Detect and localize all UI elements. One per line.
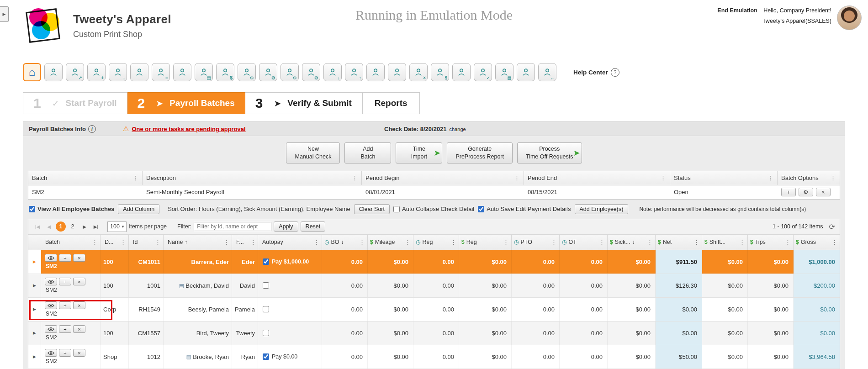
time-entry-grid-icon[interactable]: ▦ [495,63,513,81]
tips-amount-cell[interactable]: $0.00 [748,345,794,369]
ot-hours-cell[interactable]: 0.00 [560,250,608,274]
batch-column-header[interactable]: Batch ⋮ [28,171,143,185]
view-payment-button[interactable] [45,301,57,309]
page-number-button[interactable]: 2 [68,221,78,232]
autopay-checkbox[interactable] [263,282,269,289]
shift-amount-cell[interactable]: $0.00 [702,345,748,369]
employee-audit-icon[interactable] [388,63,406,81]
pto-hours-cell[interactable]: 0.00 [512,298,560,321]
autopay-checkbox[interactable] [263,306,269,312]
sick-amount-cell[interactable]: $0.00 [608,250,656,274]
employee-analytics-icon[interactable]: ↗ [66,63,84,81]
column-header[interactable]: Name ↑ ⋮ [164,235,232,250]
ot-hours-cell[interactable]: 0.00 [560,322,608,345]
sick-amount-cell[interactable]: $0.00 [608,322,656,345]
forms-icon[interactable]: ▤ [195,63,213,81]
reset-filter-button[interactable]: Reset [301,221,326,232]
kebab-menu-icon[interactable]: ⋮ [657,174,666,181]
autopay-checkbox[interactable] [263,330,269,336]
clear-sort-button[interactable]: Clear Sort [354,204,390,214]
expand-row-arrow[interactable]: ▶ [28,250,41,274]
reg-amount-cell[interactable]: $0.00 [459,345,512,369]
view-payment-button[interactable] [45,254,57,262]
kebab-menu-icon[interactable]: ⋮ [736,239,745,246]
delete-payment-button[interactable]: × [73,254,85,262]
help-center-link[interactable]: Help Center ? [573,68,619,77]
batch-column-header[interactable]: Description ⋮ [143,171,362,185]
mileage-amount-cell[interactable]: $0.00 [368,322,413,345]
column-header[interactable]: Reg ⋮ [413,235,459,250]
pager-first-button[interactable]: |◀ [33,222,42,231]
kebab-menu-icon[interactable]: ⋮ [448,239,456,246]
bo-hours-cell[interactable]: 0.00 [322,298,368,321]
employee-name-cell[interactable]: Bird, Tweety [164,322,232,345]
delete-payment-button[interactable]: × [73,278,85,285]
reg-hours-cell[interactable]: 0.00 [413,274,459,297]
mileage-amount-cell[interactable]: $0.00 [368,298,413,321]
ot-hours-cell[interactable]: 0.00 [560,274,608,297]
pto-hours-cell[interactable]: 0.00 [512,345,560,369]
time-import-button[interactable]: Time Import ➤ [396,142,442,163]
auto-save-checkbox[interactable]: Auto Save Edit Payment Details [478,206,571,212]
pager-last-button[interactable]: ▶| [91,222,101,231]
new-manual-check-button[interactable]: New Manual Check [286,142,340,163]
expand-row-arrow[interactable]: ▶ [28,345,41,369]
home-icon[interactable]: ⌂ [23,63,41,81]
reg-hours-cell[interactable]: 0.00 [413,322,459,345]
step-1-start-payroll-tab[interactable]: 1 ✓ Start Payroll [23,92,127,114]
auto-collapse-checkbox[interactable]: Auto Collapse Check Detail [393,206,474,212]
reg-amount-cell[interactable]: $0.00 [459,322,512,345]
kebab-menu-icon[interactable]: ⋮ [349,174,358,181]
garnishments-icon[interactable]: $ [431,63,449,81]
shift-amount-cell[interactable]: $0.00 [702,322,748,345]
user-avatar[interactable] [837,5,862,30]
expand-row-arrow[interactable]: ▶ [28,298,41,321]
delete-payment-button[interactable]: × [73,325,85,333]
payroll-process-icon[interactable]: ⚙ [238,63,256,81]
column-header[interactable]: Sick... ↓ ⋮ [608,235,656,250]
timeclock-icon[interactable] [517,63,535,81]
reg-hours-cell[interactable]: 0.00 [413,250,459,274]
column-header[interactable]: OT ⋮ [560,235,608,250]
integrations-icon[interactable]: ⚙ [302,63,320,81]
reg-hours-cell[interactable]: 0.00 [413,345,459,369]
add-batch-button[interactable]: Add Batch [344,142,391,163]
column-header[interactable]: F... ⋮ [232,235,258,250]
column-header[interactable]: Shift... ⋮ [702,235,748,250]
auto-save-checkbox-input[interactable] [478,206,484,212]
employee-list-icon[interactable]: ≡ [152,63,170,81]
sick-amount-cell[interactable]: $0.00 [608,274,656,297]
kebab-menu-icon[interactable]: ⋮ [548,239,557,246]
add-payment-button[interactable]: + [59,254,71,262]
column-header[interactable]: BO ↓ ⋮ [322,235,368,250]
employee-name-cell[interactable]: ▤ Beckham, David [164,274,232,297]
kebab-menu-icon[interactable]: ⋮ [511,174,520,181]
tips-amount-cell[interactable]: $0.00 [748,298,794,321]
column-header[interactable]: Net ⋮ [656,235,702,250]
column-header[interactable]: Autopay ⋮ [258,235,322,250]
batch-delete-button[interactable]: × [816,188,831,196]
payroll-settings-icon[interactable]: ⚙ [259,63,277,81]
autopay-checkbox[interactable] [263,353,269,360]
expand-row-arrow[interactable]: ▶ [28,322,41,345]
step-2-payroll-batches-tab[interactable]: 2 ➤ Payroll Batches [127,92,245,114]
batch-column-header[interactable]: Batch Options ⋮ [778,171,840,185]
tips-amount-cell[interactable]: $0.00 [748,322,794,345]
kebab-menu-icon[interactable]: ⋮ [765,174,773,181]
delete-payment-button[interactable]: × [73,349,85,357]
add-employees-button[interactable]: Add Employee(s) [575,204,629,214]
add-payment-button[interactable]: + [59,278,71,285]
autopay-checkbox[interactable] [263,258,269,265]
view-all-employee-batches-checkbox[interactable]: View All Employee Batches [29,206,114,212]
bo-hours-cell[interactable]: 0.00 [322,250,368,274]
column-header[interactable]: Reg ⋮ [459,235,512,250]
column-header[interactable]: PTO ⋮ [512,235,560,250]
batch-add-button[interactable]: + [781,188,796,196]
page-number-button[interactable]: 1 [56,221,66,232]
kebab-menu-icon[interactable]: ⋮ [829,239,837,246]
kebab-menu-icon[interactable]: ⋮ [691,239,699,246]
security-icon[interactable] [366,63,385,81]
view-payment-button[interactable] [45,325,57,333]
process-time-off-requests-button[interactable]: Process Time Off Requests ➤ [517,142,582,163]
sick-amount-cell[interactable]: $0.00 [608,345,656,369]
